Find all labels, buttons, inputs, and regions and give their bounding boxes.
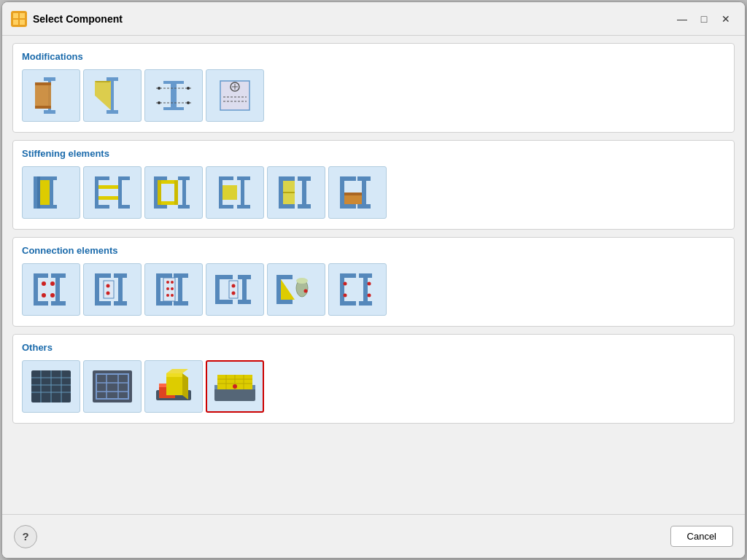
stiffening-icons: [22, 166, 725, 219]
svg-rect-80: [34, 273, 38, 306]
svg-rect-7: [44, 110, 55, 114]
svg-rect-99: [156, 273, 160, 306]
svg-rect-101: [156, 301, 172, 306]
svg-rect-96: [104, 281, 114, 298]
svg-rect-118: [229, 281, 238, 298]
stiff2-item[interactable]: [83, 166, 142, 219]
mod2-item[interactable]: [83, 69, 142, 122]
svg-rect-12: [107, 77, 118, 81]
svg-rect-61: [237, 176, 250, 180]
svg-rect-158: [214, 388, 255, 401]
svg-rect-83: [55, 273, 60, 306]
svg-rect-85: [51, 301, 66, 306]
stiff5-item[interactable]: [267, 166, 325, 219]
svg-point-87: [42, 293, 46, 298]
svg-rect-3: [13, 20, 18, 25]
svg-rect-73: [340, 176, 356, 181]
cancel-button[interactable]: Cancel: [670, 526, 733, 547]
svg-rect-77: [357, 204, 371, 209]
svg-point-107: [171, 281, 174, 284]
stiff6-item[interactable]: [328, 166, 387, 219]
mod4-item[interactable]: [206, 69, 264, 122]
other1-item[interactable]: [22, 360, 80, 413]
conn2-item[interactable]: [83, 263, 142, 316]
other2-item[interactable]: [83, 360, 142, 413]
svg-point-97: [107, 284, 110, 288]
svg-rect-68: [298, 176, 311, 181]
stiff3-item[interactable]: [144, 166, 203, 219]
svg-rect-59: [219, 205, 233, 209]
svg-rect-42: [118, 176, 122, 209]
conn1-item[interactable]: [22, 263, 80, 316]
svg-rect-35: [50, 176, 53, 209]
svg-marker-156: [182, 373, 188, 400]
svg-rect-48: [154, 176, 167, 180]
svg-rect-93: [118, 273, 123, 306]
svg-rect-10: [35, 106, 51, 109]
svg-point-86: [42, 281, 46, 286]
svg-marker-124: [281, 279, 295, 300]
svg-rect-58: [219, 176, 233, 180]
svg-rect-84: [51, 273, 66, 278]
svg-rect-1: [13, 13, 18, 18]
mod3-item[interactable]: [144, 69, 203, 122]
svg-point-24: [187, 101, 190, 104]
svg-rect-123: [276, 300, 293, 304]
svg-rect-113: [215, 275, 233, 279]
svg-rect-81: [34, 273, 48, 278]
svg-point-126: [296, 278, 308, 284]
svg-point-109: [171, 287, 174, 290]
conn6-item[interactable]: [328, 263, 387, 316]
svg-marker-15: [95, 81, 111, 82]
svg-rect-95: [114, 301, 127, 306]
conn3-item[interactable]: [144, 263, 203, 316]
maximize-button[interactable]: □: [694, 9, 714, 29]
svg-rect-44: [118, 205, 130, 209]
conn5-item[interactable]: [267, 263, 325, 316]
svg-point-136: [368, 282, 371, 286]
svg-rect-94: [114, 273, 127, 278]
svg-rect-46: [98, 196, 118, 200]
footer: ? Cancel: [2, 514, 745, 558]
stiff1-item[interactable]: [22, 166, 80, 219]
svg-rect-72: [340, 176, 344, 209]
svg-rect-50: [182, 176, 186, 209]
svg-point-127: [304, 289, 308, 293]
minimize-button[interactable]: —: [672, 9, 692, 29]
svg-rect-6: [44, 77, 55, 81]
svg-rect-116: [238, 275, 251, 279]
connection-title: Connection elements: [22, 245, 725, 256]
svg-point-108: [166, 287, 169, 290]
other4-item[interactable]: Fasteners: [206, 360, 264, 413]
connection-section: Connection elements: [12, 237, 735, 327]
svg-rect-2: [20, 13, 25, 18]
svg-rect-11: [111, 77, 114, 114]
title-bar: Select Component — □ ✕: [2, 2, 745, 36]
svg-rect-18: [171, 81, 177, 110]
svg-point-166: [233, 384, 237, 389]
mod1-item[interactable]: [22, 69, 80, 122]
svg-rect-49: [154, 205, 167, 209]
stiff4-item[interactable]: [206, 166, 264, 219]
svg-point-23: [158, 101, 160, 104]
svg-rect-132: [359, 273, 372, 278]
svg-rect-76: [357, 176, 371, 181]
other3-item[interactable]: [144, 360, 203, 413]
svg-rect-131: [363, 273, 368, 306]
svg-rect-45: [98, 185, 118, 189]
app-icon: [11, 11, 27, 27]
conn4-item[interactable]: [206, 263, 264, 316]
svg-rect-47: [154, 176, 158, 209]
others-title: Others: [22, 342, 725, 353]
svg-rect-67: [302, 176, 306, 209]
connection-icons: [22, 263, 725, 316]
modifications-section: Modifications: [12, 43, 735, 133]
svg-rect-130: [340, 301, 356, 306]
svg-rect-69: [298, 204, 311, 209]
help-button[interactable]: ?: [14, 525, 37, 548]
svg-rect-31: [34, 176, 37, 209]
svg-point-21: [158, 87, 160, 90]
svg-rect-103: [174, 273, 188, 278]
close-button[interactable]: ✕: [716, 9, 736, 29]
svg-rect-66: [279, 204, 295, 209]
